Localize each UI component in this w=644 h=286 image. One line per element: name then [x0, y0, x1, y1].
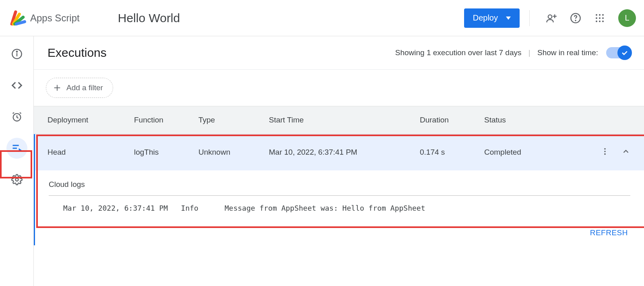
brand-group[interactable]: Apps Script — [8, 9, 80, 27]
plus-icon — [53, 83, 62, 92]
filter-bar: Add a filter — [34, 70, 644, 106]
avatar[interactable]: L — [618, 9, 636, 27]
cell-start-time: Mar 10, 2022, 6:37:41 PM — [269, 148, 420, 157]
refresh-bar: REFRESH — [34, 212, 644, 245]
row-menu-button[interactable] — [601, 147, 609, 158]
logs-separator — [49, 195, 630, 196]
refresh-button[interactable]: REFRESH — [590, 228, 628, 237]
svg-point-4 — [599, 14, 601, 16]
svg-point-20 — [15, 178, 18, 181]
sidebar-item-executions[interactable] — [6, 138, 27, 159]
summary-count: Showing 1 execution over last 7 days — [395, 48, 522, 57]
svg-point-9 — [596, 21, 597, 22]
gear-icon — [11, 174, 23, 185]
summary-realtime-label: Show in real time: — [537, 48, 598, 57]
svg-point-23 — [604, 148, 606, 149]
apps-script-logo-icon — [8, 9, 26, 27]
sidebar-item-triggers[interactable] — [6, 106, 27, 127]
col-header-deployment[interactable]: Deployment — [47, 116, 134, 124]
code-icon — [11, 79, 23, 91]
col-header-start-time[interactable]: Start Time — [269, 116, 420, 124]
info-icon — [11, 48, 23, 60]
row-collapse-button[interactable] — [621, 147, 630, 158]
svg-point-3 — [596, 14, 597, 16]
svg-point-7 — [599, 17, 601, 19]
sidebar-item-overview[interactable] — [6, 44, 27, 64]
svg-point-5 — [602, 14, 604, 16]
svg-marker-19 — [19, 148, 21, 152]
title-bar: Executions Showing 1 execution over last… — [34, 36, 644, 70]
svg-point-14 — [16, 51, 17, 52]
brand-label: Apps Script — [30, 12, 80, 24]
chevron-up-icon — [621, 147, 630, 156]
col-header-function[interactable]: Function — [134, 116, 198, 124]
header-bar: Apps Script Hello World Deploy L — [0, 0, 644, 36]
cell-duration: 0.174 s — [420, 148, 484, 157]
pipe-separator: | — [528, 48, 530, 57]
cell-status: Completed — [484, 148, 586, 157]
execution-summary: Showing 1 execution over last 7 days | S… — [395, 48, 598, 57]
cell-function: logThis — [134, 148, 198, 157]
sidebar — [0, 36, 34, 286]
svg-point-8 — [602, 17, 604, 19]
realtime-toggle[interactable] — [606, 47, 630, 58]
help-icon[interactable] — [570, 12, 581, 24]
check-icon — [621, 49, 629, 57]
logs-title: Cloud logs — [49, 180, 630, 189]
toggle-knob — [617, 46, 632, 60]
logs-panel: Cloud logs Mar 10, 2022, 6:37:41 PM Info… — [34, 170, 644, 212]
deploy-button[interactable]: Deploy — [464, 8, 520, 28]
sidebar-item-settings[interactable] — [6, 169, 27, 190]
add-filter-label: Add a filter — [66, 83, 103, 92]
log-entry: Mar 10, 2022, 6:37:41 PM Info Message fr… — [49, 204, 630, 212]
dropdown-caret-icon — [506, 17, 511, 20]
executions-icon — [11, 143, 23, 154]
apps-grid-icon[interactable] — [594, 12, 605, 24]
clock-icon — [11, 111, 23, 122]
project-title[interactable]: Hello World — [118, 11, 180, 25]
cell-deployment: Head — [47, 148, 134, 157]
main-content: Executions Showing 1 execution over last… — [34, 36, 644, 286]
deploy-label: Deploy — [473, 13, 498, 23]
more-vert-icon — [601, 147, 609, 156]
page-title: Executions — [47, 46, 107, 60]
svg-point-0 — [548, 15, 552, 18]
table-header: Deployment Function Type Start Time Dura… — [34, 106, 644, 134]
svg-point-24 — [604, 151, 606, 152]
add-filter-button[interactable]: Add a filter — [46, 78, 113, 98]
sidebar-item-editor[interactable] — [6, 75, 27, 96]
divider — [529, 10, 530, 26]
col-header-type[interactable]: Type — [198, 116, 269, 124]
svg-point-11 — [602, 21, 604, 22]
table-row[interactable]: Head logThis Unknown Mar 10, 2022, 6:37:… — [34, 134, 644, 170]
col-header-duration[interactable]: Duration — [420, 116, 484, 124]
svg-point-25 — [604, 153, 606, 155]
svg-point-10 — [599, 21, 601, 22]
svg-point-6 — [596, 17, 597, 19]
svg-point-2 — [575, 20, 576, 21]
col-header-status[interactable]: Status — [484, 116, 630, 124]
cell-type: Unknown — [198, 148, 269, 157]
share-icon[interactable] — [546, 12, 557, 24]
